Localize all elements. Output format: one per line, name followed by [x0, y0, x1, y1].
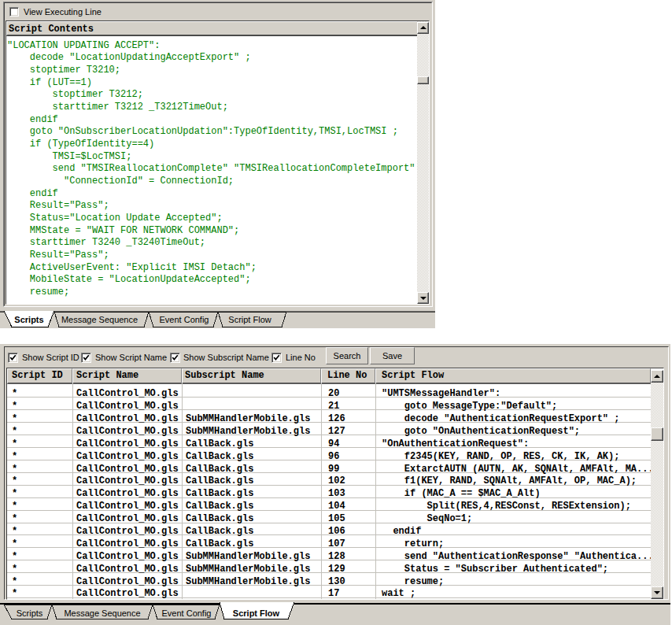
svg-text:Scripts: Scripts — [17, 608, 43, 618]
svg-text:Scripts: Scripts — [14, 315, 43, 324]
svg-text:Message Sequence: Message Sequence — [61, 315, 138, 324]
svg-text:Script Flow: Script Flow — [233, 608, 280, 618]
svg-text:Script Flow: Script Flow — [228, 315, 271, 324]
svg-text:Message Sequence: Message Sequence — [64, 608, 140, 618]
svg-text:Event Config: Event Config — [160, 315, 209, 324]
svg-text:Event Config: Event Config — [162, 608, 212, 618]
